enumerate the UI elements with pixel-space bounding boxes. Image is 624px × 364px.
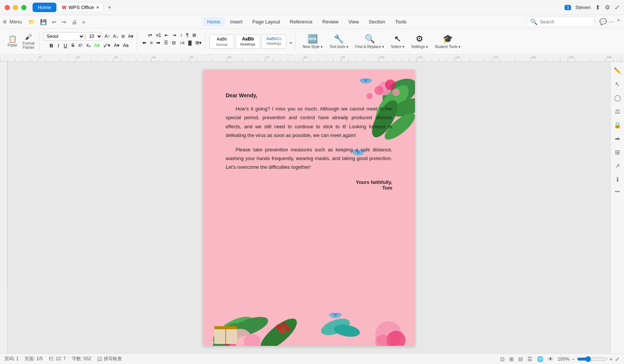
more-options-icon[interactable]: ⋯: [608, 18, 615, 25]
shape-tool-icon[interactable]: ◯: [612, 92, 623, 103]
arrow-right-icon[interactable]: ➡: [612, 133, 623, 144]
maximize-button[interactable]: [21, 5, 27, 10]
align-left-button[interactable]: ⬅: [141, 40, 148, 46]
align-center-button[interactable]: ≡: [148, 40, 154, 46]
number-list-button[interactable]: ≡1: [154, 32, 163, 38]
read-mode-icon[interactable]: ⊟: [518, 356, 523, 362]
text-color-button[interactable]: A▾: [112, 42, 121, 48]
shading-button[interactable]: ▓: [187, 40, 193, 46]
italic-button[interactable]: I: [56, 42, 61, 49]
text-effects-icon[interactable]: A▾: [127, 33, 134, 39]
line-spacing-button[interactable]: ↕≡: [178, 40, 186, 46]
redo-icon[interactable]: ↪: [60, 18, 68, 26]
borders2-button[interactable]: ⊞▾: [194, 40, 203, 46]
align-right-button[interactable]: ➡: [155, 40, 162, 46]
font-name-selector[interactable]: Seoul: [43, 32, 85, 40]
nav-tab-tools[interactable]: Tools: [390, 17, 411, 26]
show-marks-button[interactable]: ¶: [184, 32, 190, 38]
lock-icon[interactable]: 🔒: [612, 120, 623, 130]
tab-close-icon[interactable]: ×: [96, 5, 99, 10]
style-expand-icon[interactable]: ⌄: [289, 39, 293, 45]
char-spacing-button[interactable]: Aa: [122, 42, 130, 48]
nav-tab-page-layout[interactable]: Page Layout: [248, 17, 284, 26]
superscript-button[interactable]: X²: [76, 43, 84, 48]
eye-icon[interactable]: 👁: [548, 356, 553, 362]
close-button[interactable]: [5, 5, 10, 10]
tab-doc[interactable]: W WPS Office ×: [58, 3, 103, 12]
spell-check-toggle[interactable]: ☑ 拼写检查: [97, 356, 122, 362]
adjust-tool-icon[interactable]: ⚖: [612, 106, 623, 117]
sort-button[interactable]: ↕: [178, 32, 184, 38]
nav-tab-view[interactable]: View: [344, 17, 363, 26]
share-sidebar-icon[interactable]: ↗: [612, 160, 623, 171]
pen-tool-icon[interactable]: ✏️: [612, 65, 623, 76]
settings-button[interactable]: ⚙ Settings ▾: [408, 33, 431, 50]
comment-icon[interactable]: 💬: [599, 18, 607, 25]
print-icon[interactable]: 🖨: [70, 18, 79, 26]
find-replace-button[interactable]: 🔍 Find & Replace ▾: [352, 33, 387, 50]
style-normal[interactable]: AaBb Normal: [209, 34, 234, 49]
font-size-selector[interactable]: 10: [86, 32, 103, 40]
open-folder-icon[interactable]: 📁: [27, 18, 37, 26]
subscript-button[interactable]: X₂: [84, 43, 92, 48]
decrease-indent-button[interactable]: ⇤: [163, 32, 170, 38]
outline-view-icon[interactable]: ☰: [527, 356, 532, 362]
search-input[interactable]: [540, 19, 593, 25]
column-button[interactable]: ⊟: [170, 40, 177, 46]
table-icon[interactable]: ⊞: [612, 147, 623, 157]
tab-add-button[interactable]: +: [105, 3, 114, 12]
more-sidebar-icon[interactable]: •••: [615, 189, 620, 194]
hamburger-menu-icon[interactable]: ≡: [3, 19, 6, 25]
cursor-tool-icon[interactable]: ↖: [612, 79, 623, 89]
zoom-slider[interactable]: [577, 356, 607, 362]
spell-check-checkbox[interactable]: ☑: [97, 356, 102, 362]
nav-tab-review[interactable]: Review: [318, 17, 343, 26]
new-style-button[interactable]: 🆕 New Style ▾: [300, 33, 326, 50]
style-heading1-label: AaBb: [242, 36, 254, 42]
bullet-list-button[interactable]: ≡•: [147, 32, 154, 38]
nav-tab-insert[interactable]: Insert: [226, 17, 247, 26]
more-icon[interactable]: »: [80, 18, 87, 26]
settings-icon[interactable]: ⚙: [605, 4, 610, 11]
share-icon[interactable]: ⬆: [595, 4, 600, 11]
nav-tab-home[interactable]: Home: [203, 17, 225, 26]
page-view-icon[interactable]: ⊡: [500, 356, 505, 362]
info-icon[interactable]: ℹ: [612, 174, 623, 185]
font-color-button[interactable]: A▾: [93, 42, 101, 48]
select-button[interactable]: ↖ Select ▾: [388, 33, 407, 50]
format-painter-button[interactable]: 🖌 FormatPainter: [20, 33, 37, 51]
tab-home[interactable]: Home: [33, 3, 56, 12]
fullscreen-button[interactable]: ⤢: [615, 356, 619, 362]
expand-icon[interactable]: ⤢: [615, 4, 619, 11]
student-tools-button[interactable]: 🎓 Student Tools ▾: [432, 33, 463, 50]
search-box[interactable]: 🔍: [527, 17, 595, 27]
style-heading2[interactable]: AaBbCc Heading2: [262, 34, 286, 49]
minimize-button[interactable]: [13, 5, 18, 10]
borders-button[interactable]: ⊞: [191, 32, 198, 38]
zoom-increase-button[interactable]: +: [610, 356, 613, 362]
underline-button[interactable]: U: [62, 42, 69, 49]
text-tools-button[interactable]: 🔧 Text tools ▾: [326, 33, 351, 50]
zoom-decrease-button[interactable]: −: [572, 356, 575, 362]
justify-button[interactable]: ☰: [162, 40, 170, 46]
collapse-ribbon-icon[interactable]: ⌃: [616, 18, 621, 25]
strikethrough-button[interactable]: S: [70, 42, 76, 48]
menu-label[interactable]: Menu: [9, 19, 22, 25]
highlight-button[interactable]: 🖊▾: [102, 42, 112, 48]
style-heading1[interactable]: AaBb Heading1: [236, 34, 260, 49]
web-view-icon[interactable]: 🌐: [537, 356, 543, 362]
increase-indent-button[interactable]: ⇥: [171, 32, 178, 38]
font-size-increase-icon[interactable]: A↑: [103, 33, 111, 39]
font-size-decrease-icon[interactable]: A↓: [112, 33, 119, 39]
save-icon[interactable]: 💾: [38, 18, 48, 26]
notification-badge[interactable]: 3: [565, 5, 571, 10]
paste-group: 📋 Paste 🖌 FormatPainter: [3, 32, 39, 51]
undo-icon[interactable]: ↩: [50, 18, 58, 26]
nav-tab-section[interactable]: Section: [364, 17, 390, 26]
bold-button[interactable]: B: [48, 42, 55, 49]
doc-area[interactable]: Dear Wendy, How's it going? I miss you s…: [8, 62, 610, 353]
clear-format-icon[interactable]: ⊘: [120, 33, 126, 39]
paste-button[interactable]: 📋 Paste: [5, 34, 20, 48]
multi-page-icon[interactable]: ⊞: [509, 356, 514, 362]
nav-tab-reference[interactable]: Reference: [285, 17, 317, 26]
